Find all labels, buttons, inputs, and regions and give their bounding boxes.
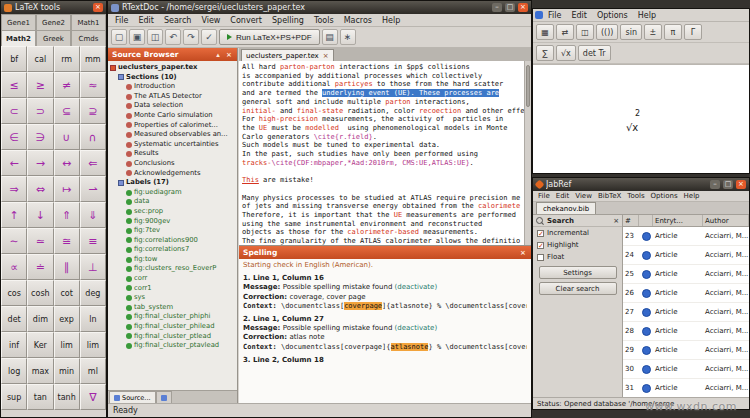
close-icon[interactable]: × [323, 52, 329, 60]
symbol-key[interactable]: ⇓ [80, 202, 106, 228]
column-header[interactable] [639, 215, 653, 226]
tree-item[interactable]: Data selection [108, 101, 237, 111]
menu-edit[interactable]: Edit [133, 16, 159, 25]
tree-item[interactable]: corr1 [108, 284, 237, 294]
deactivate-link[interactable]: (deactivate) [395, 324, 438, 332]
table-row[interactable]: 24ArticleAcciarri, M... [623, 246, 749, 265]
table-row[interactable]: 30ArticleAcciarri, M... [623, 360, 749, 379]
symbol-key[interactable]: ∇ [80, 384, 106, 410]
symbol-key[interactable]: max [27, 358, 53, 384]
sin-button[interactable]: sin [620, 24, 641, 40]
tab-greek[interactable]: Greek [36, 30, 71, 46]
symbol-key[interactable]: ∝ [1, 254, 27, 280]
grid-icon[interactable]: ▦ [536, 24, 554, 40]
menu-search[interactable]: Search [159, 16, 196, 25]
menu-file[interactable]: File [110, 16, 133, 25]
table-row[interactable]: 23ArticleAcciarri, M... [623, 227, 749, 246]
maximize-icon[interactable]: □ [723, 180, 733, 189]
symbol-key[interactable]: deg [80, 280, 106, 306]
plus-minus-button[interactable]: ± [644, 24, 662, 40]
menu-file[interactable]: File [535, 192, 553, 200]
tree-item[interactable]: fig:correlations7 [108, 245, 237, 255]
sum-button[interactable]: ∑ [536, 45, 554, 61]
tree-item[interactable]: data [108, 197, 237, 207]
settings-button[interactable]: Settings [539, 266, 617, 279]
symbol-key[interactable]: ⊇ [80, 98, 106, 124]
run-latex-button[interactable]: Run LaTeX+PS+PDF [219, 29, 320, 45]
symbol-key[interactable]: lim [54, 332, 80, 358]
tree-item[interactable]: fig:uediagram [108, 188, 237, 198]
symbol-key[interactable]: ⊃ [27, 98, 53, 124]
minimize-icon[interactable]: – [492, 3, 502, 12]
symbol-key[interactable]: ⇔ [27, 176, 53, 202]
close-icon[interactable]: × [613, 217, 619, 225]
symbol-key[interactable]: → [27, 150, 53, 176]
symbol-key[interactable]: ⇐ [80, 150, 106, 176]
tree-item[interactable]: Results [108, 149, 237, 159]
tree-item[interactable]: Acknowledgements [108, 169, 237, 179]
symbol-key[interactable]: ⊥ [80, 254, 106, 280]
collapse-icon[interactable]: ▴ [214, 51, 222, 59]
menu-view[interactable]: View [196, 16, 225, 25]
tree-item[interactable]: Systematic uncertainties [108, 140, 237, 150]
menu-file[interactable]: File [543, 11, 566, 20]
symbol-key[interactable]: ∩ [80, 124, 106, 150]
tree-item[interactable]: tab_system [108, 303, 237, 313]
undo-icon[interactable]: ↶ [165, 29, 181, 45]
tree-item[interactable]: fig:900gev [108, 217, 237, 227]
symbol-key[interactable]: Ker [27, 332, 53, 358]
tree-item[interactable]: fig:final_cluster_phiphi [108, 312, 237, 322]
symbol-key[interactable]: ⊆ [54, 98, 80, 124]
symbol-key[interactable]: ∥ [54, 254, 80, 280]
menu-help[interactable]: Help [377, 16, 405, 25]
tree-item[interactable]: Introduction [108, 82, 237, 92]
symbol-key[interactable]: ∈ [1, 124, 27, 150]
tab-math1[interactable]: Math1 [71, 14, 106, 30]
symbol-key[interactable]: ∋ [27, 124, 53, 150]
table-row[interactable]: 25ArticleAcciarri, M... [623, 265, 749, 284]
jabref-titlebar[interactable]: JabRef – □ × [533, 178, 749, 191]
symbol-key[interactable]: ← [1, 150, 27, 176]
checkbox-float[interactable]: Float [533, 251, 622, 263]
close-icon[interactable]: × [225, 51, 233, 59]
symbol-key[interactable]: tanh [54, 384, 80, 410]
symbol-key[interactable]: ⇑ [54, 202, 80, 228]
latex-tools-titlebar[interactable]: LaTeX tools × [1, 1, 106, 14]
symbol-key[interactable]: ≤ [1, 72, 27, 98]
tree-item[interactable]: Labels (17) [108, 178, 237, 188]
symbol-key[interactable]: ↓ [27, 202, 53, 228]
pi-button[interactable]: π [664, 24, 682, 40]
clear-search-button[interactable]: Clear search [539, 282, 617, 295]
panel-tab[interactable] [156, 391, 172, 403]
tree-item[interactable]: fig:7tev [108, 226, 237, 236]
tab-gene1[interactable]: Gene1 [1, 14, 36, 30]
scrollbar-thumb[interactable] [526, 65, 530, 107]
symbol-key[interactable]: ⇀ [80, 176, 106, 202]
formula-canvas[interactable]: 2 √x [533, 64, 749, 173]
symbol-key[interactable]: ∼ [1, 228, 27, 254]
minimize-icon[interactable]: – [710, 180, 720, 189]
tree-item[interactable]: fig:correlations900 [108, 236, 237, 246]
panel-tab[interactable]: Source... [109, 391, 156, 403]
close-icon[interactable]: × [518, 3, 528, 12]
table-row[interactable]: 28ArticleAcciarri, M... [623, 322, 749, 341]
menu-tools[interactable]: Tools [309, 16, 339, 25]
symbol-key[interactable]: det [1, 306, 27, 332]
table-row[interactable]: 27ArticleAcciarri, M... [623, 303, 749, 322]
close-icon[interactable]: × [93, 3, 103, 12]
symbol-key[interactable]: ↔ [54, 150, 80, 176]
symbol-key[interactable]: ≥ [27, 72, 53, 98]
tree-item[interactable]: sys [108, 293, 237, 303]
menu-options[interactable]: Options [648, 192, 681, 200]
parentheses-button[interactable]: (()) [596, 24, 618, 40]
symbol-key[interactable]: log [1, 358, 27, 384]
symbol-key[interactable]: cosh [27, 280, 53, 306]
sqrt-button[interactable]: √x [556, 45, 576, 61]
bib-tab[interactable]: chekanov.bib [536, 202, 596, 214]
symbol-key[interactable]: ⇒ [1, 176, 27, 202]
symbol-key[interactable]: min [54, 358, 80, 384]
checkbox-highlight[interactable]: ✓Highlight [533, 239, 622, 251]
menu-tools[interactable]: Tools [624, 192, 647, 200]
tree-item[interactable]: corr [108, 274, 237, 284]
symbol-key[interactable]: mm [80, 46, 106, 72]
